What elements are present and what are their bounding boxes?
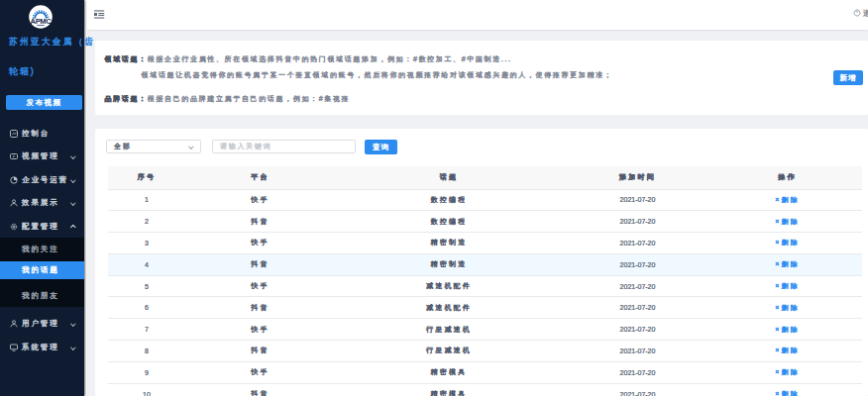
svg-text:APMC: APMC: [31, 17, 53, 26]
